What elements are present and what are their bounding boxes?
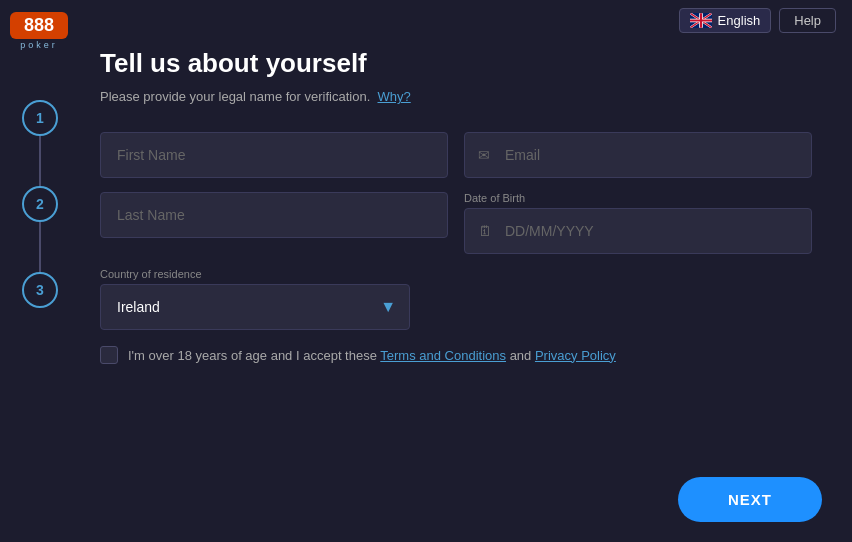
terms-link[interactable]: Terms and Conditions bbox=[380, 348, 506, 363]
logo-888: 888 bbox=[10, 12, 68, 39]
dob-wrapper: 🗓 bbox=[464, 208, 812, 254]
country-select-wrapper: Ireland United Kingdom United States Ger… bbox=[100, 284, 410, 330]
step-2-container: 2 bbox=[22, 186, 58, 272]
dob-col: Date of Birth 🗓 bbox=[464, 192, 812, 254]
email-col: ✉ bbox=[464, 132, 812, 178]
flag-icon bbox=[690, 13, 712, 28]
step-2-3-line bbox=[39, 222, 41, 272]
dob-label: Date of Birth bbox=[464, 192, 812, 204]
terms-row: I'm over 18 years of age and I accept th… bbox=[100, 346, 812, 364]
and-text: and bbox=[506, 348, 535, 363]
country-section: Country of residence Ireland United King… bbox=[100, 268, 410, 330]
privacy-link[interactable]: Privacy Policy bbox=[535, 348, 616, 363]
next-button[interactable]: NEXT bbox=[678, 477, 822, 522]
step-1-2-line bbox=[39, 136, 41, 186]
checkbox-text: I'm over 18 years of age and I accept th… bbox=[128, 348, 380, 363]
country-select[interactable]: Ireland United Kingdom United States Ger… bbox=[100, 284, 410, 330]
language-label: English bbox=[718, 13, 761, 28]
first-name-col bbox=[100, 132, 448, 178]
step-3-circle: 3 bbox=[22, 272, 58, 308]
terms-label: I'm over 18 years of age and I accept th… bbox=[128, 348, 616, 363]
why-link[interactable]: Why? bbox=[378, 89, 411, 104]
help-button[interactable]: Help bbox=[779, 8, 836, 33]
email-icon: ✉ bbox=[478, 147, 490, 163]
logo-poker: poker bbox=[10, 40, 68, 50]
step-3-container: 3 bbox=[22, 272, 58, 308]
first-name-input[interactable] bbox=[100, 132, 448, 178]
main-content: English Help Tell us about yourself Plea… bbox=[80, 0, 852, 542]
page-title: Tell us about yourself bbox=[100, 48, 812, 79]
email-input[interactable] bbox=[464, 132, 812, 178]
page-container: 888 poker 1 2 3 bbox=[0, 0, 852, 542]
row-2: Date of Birth 🗓 bbox=[100, 192, 812, 254]
form-subtitle: Please provide your legal name for verif… bbox=[100, 89, 812, 104]
last-name-col bbox=[100, 192, 448, 254]
logo: 888 poker bbox=[10, 12, 68, 50]
calendar-icon: 🗓 bbox=[478, 223, 492, 239]
email-wrapper: ✉ bbox=[464, 132, 812, 178]
last-name-input[interactable] bbox=[100, 192, 448, 238]
row-1: ✉ bbox=[100, 132, 812, 178]
terms-checkbox[interactable] bbox=[100, 346, 118, 364]
sidebar: 888 poker 1 2 3 bbox=[0, 0, 80, 542]
step-2-circle: 2 bbox=[22, 186, 58, 222]
language-button[interactable]: English bbox=[679, 8, 772, 33]
step-1-circle: 1 bbox=[22, 100, 58, 136]
subtitle-text: Please provide your legal name for verif… bbox=[100, 89, 370, 104]
dob-input[interactable] bbox=[464, 208, 812, 254]
step-1-container: 1 bbox=[22, 100, 58, 186]
topbar: English Help bbox=[663, 0, 852, 41]
country-label: Country of residence bbox=[100, 268, 410, 280]
